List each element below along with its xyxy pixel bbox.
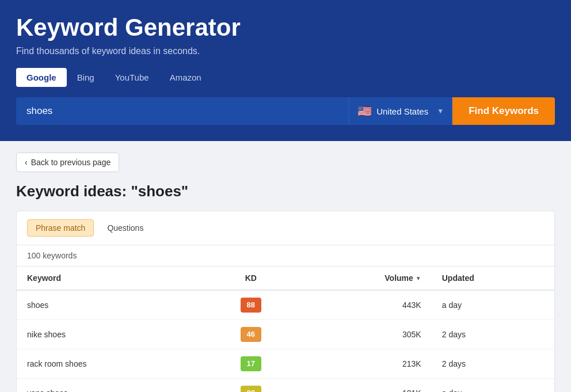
filter-phrase-match[interactable]: Phrase match [27, 219, 94, 237]
cell-updated: a day [432, 290, 554, 320]
results-title: Keyword ideas: "shoes" [16, 182, 555, 200]
country-label: United States [376, 106, 432, 116]
kd-badge: 46 [241, 327, 261, 342]
chevron-down-icon: ▼ [437, 107, 444, 115]
cell-keyword: vans shoes [17, 379, 203, 393]
keyword-count: 100 keywords [17, 245, 554, 267]
kd-badge: 88 [241, 298, 261, 313]
sort-icon[interactable]: ▼ [416, 275, 421, 281]
table-header-row: Keyword KD Volume ▼ Updated [17, 267, 554, 290]
table-row: shoes 88 443K a day [17, 290, 554, 320]
cell-updated: a day [432, 379, 554, 393]
col-header-keyword: Keyword [17, 267, 203, 290]
filter-questions[interactable]: Questions [98, 219, 152, 237]
flag-icon: 🇺🇸 [357, 104, 372, 118]
search-bar: 🇺🇸 United States ▼ Find Keywords [16, 97, 555, 125]
col-header-kd: KD [203, 267, 299, 290]
kd-badge: 17 [241, 356, 261, 371]
country-select[interactable]: 🇺🇸 United States ▼ [349, 97, 452, 125]
tab-google[interactable]: Google [16, 68, 67, 87]
cell-updated: 2 days [432, 320, 554, 349]
cell-volume: 443K [299, 290, 432, 320]
cell-keyword: rack room shoes [17, 349, 203, 379]
back-button[interactable]: ‹ Back to previous page [16, 153, 119, 172]
cell-keyword: nike shoes [17, 320, 203, 349]
kd-badge: 38 [241, 386, 261, 392]
back-button-label: Back to previous page [31, 158, 111, 167]
col-header-updated: Updated [432, 267, 554, 290]
cell-kd: 38 [203, 379, 299, 393]
search-input[interactable] [16, 97, 349, 125]
tab-bar: Google Bing YouTube Amazon [16, 68, 555, 87]
content-area: ‹ Back to previous page Keyword ideas: "… [0, 141, 571, 392]
table-row: nike shoes 46 305K 2 days [17, 320, 554, 349]
page-header-title: Keyword Generator [16, 14, 555, 41]
results-card: Phrase match Questions 100 keywords Keyw… [16, 211, 555, 392]
cell-keyword: shoes [17, 290, 203, 320]
cell-kd: 17 [203, 349, 299, 379]
table-row: rack room shoes 17 213K 2 days [17, 349, 554, 379]
cell-kd: 46 [203, 320, 299, 349]
cell-kd: 88 [203, 290, 299, 320]
cell-updated: 2 days [432, 349, 554, 379]
header-subtitle: Find thousands of keyword ideas in secon… [16, 46, 555, 56]
keywords-table: Keyword KD Volume ▼ Updated shoes 88 443… [17, 267, 554, 392]
cell-volume: 213K [299, 349, 432, 379]
find-keywords-button[interactable]: Find Keywords [452, 97, 555, 125]
cell-volume: 181K [299, 379, 432, 393]
tab-bing[interactable]: Bing [67, 68, 105, 87]
filter-bar: Phrase match Questions [17, 211, 554, 245]
col-header-volume: Volume ▼ [299, 267, 432, 290]
cell-volume: 305K [299, 320, 432, 349]
tab-youtube[interactable]: YouTube [105, 68, 159, 87]
table-row: vans shoes 38 181K a day [17, 379, 554, 393]
header: Keyword Generator Find thousands of keyw… [0, 0, 571, 141]
chevron-left-icon: ‹ [25, 158, 28, 167]
tab-amazon[interactable]: Amazon [159, 68, 212, 87]
